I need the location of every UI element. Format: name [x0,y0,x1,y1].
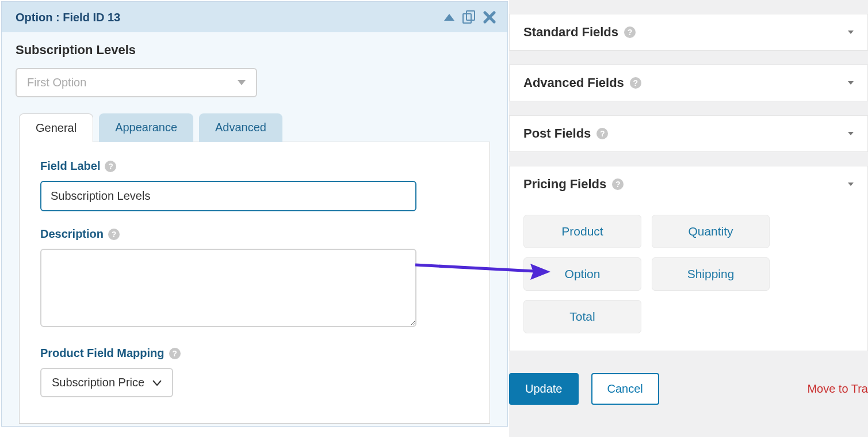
mapping-label: Product Field Mapping ? [40,347,469,360]
tab-content-general: Field Label ? Description ? Product Fiel… [19,142,490,424]
chevron-down-icon [848,31,854,34]
help-icon[interactable]: ? [624,26,636,38]
close-icon[interactable] [483,11,496,24]
section-title: Subscription Levels [16,43,494,58]
dropdown-placeholder: First Option [27,76,86,89]
duplicate-icon[interactable] [461,10,476,25]
field-editor-panel: Option : Field ID 13 [0,0,509,437]
chevron-down-icon [848,81,854,85]
help-icon[interactable]: ? [630,77,641,89]
settings-tabs: General Appearance Advanced [19,113,494,142]
chevron-down-icon [848,183,854,186]
description-label: Description ? [40,227,469,241]
description-input[interactable] [40,249,416,327]
accordion-pricing-body: Product Quantity Option Shipping Total [509,202,868,351]
tab-advanced[interactable]: Advanced [199,113,282,142]
help-icon[interactable]: ? [596,128,608,139]
field-editor-header: Option : Field ID 13 [2,2,507,32]
field-button-shipping[interactable]: Shipping [652,257,770,291]
move-to-trash-link[interactable]: Move to Tra [807,382,868,396]
update-button[interactable]: Update [509,373,579,405]
chevron-down-icon [238,80,246,85]
chevron-down-icon [848,132,854,135]
tab-general[interactable]: General [19,113,93,142]
help-icon[interactable]: ? [169,348,181,359]
svg-marker-0 [444,14,454,21]
accordion-advanced-fields[interactable]: Advanced Fields ? [509,64,868,101]
accordion-post-fields[interactable]: Post Fields ? [509,115,868,152]
field-button-total[interactable]: Total [523,300,641,333]
help-icon[interactable]: ? [108,229,120,240]
field-button-quantity[interactable]: Quantity [652,215,770,248]
accordion-pricing-fields[interactable]: Pricing Fields ? [509,166,868,202]
field-label-input[interactable] [40,181,416,211]
accordion-standard-fields[interactable]: Standard Fields ? [509,14,868,51]
cancel-button[interactable]: Cancel [591,373,659,405]
tab-appearance[interactable]: Appearance [99,113,193,142]
sidebar-panel: Standard Fields ? Advanced Fields ? Post… [509,0,868,437]
field-button-option[interactable]: Option [523,257,641,291]
chevron-down-icon [152,380,162,386]
field-button-product[interactable]: Product [523,215,641,248]
choices-dropdown[interactable]: First Option [16,68,257,97]
bottom-actions: Update Cancel Move to Tra [509,373,868,405]
product-mapping-select[interactable]: Subscription Price [40,368,173,397]
field-label-label: Field Label ? [40,159,469,173]
collapse-icon[interactable] [444,14,454,21]
help-icon[interactable]: ? [105,161,116,172]
help-icon[interactable]: ? [612,178,624,190]
field-header-title: Option : Field ID 13 [16,11,120,24]
